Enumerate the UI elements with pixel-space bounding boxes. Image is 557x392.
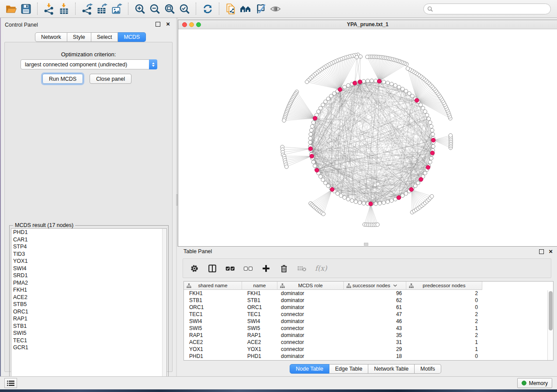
import-table-button[interactable] (56, 2, 71, 16)
show-all-button[interactable] (268, 2, 283, 16)
deselect-all-button[interactable] (243, 264, 253, 273)
network-canvas[interactable] (178, 29, 557, 246)
close-icon[interactable]: × (166, 20, 170, 28)
mcds-result-item[interactable]: TID3 (11, 251, 166, 258)
tab-motifs[interactable]: Motifs (415, 364, 441, 374)
tab-style[interactable]: Style (67, 32, 91, 42)
memory-label: Memory (529, 380, 548, 386)
mcds-result-item[interactable]: TEC1 (11, 337, 166, 344)
import-network-button[interactable] (42, 2, 56, 16)
function-builder-button[interactable]: f(x) (315, 264, 327, 272)
mcds-result-item[interactable]: FKH1 (11, 286, 166, 294)
table-scrollbar-thumb[interactable] (549, 291, 553, 330)
network-window-title: YPA_prune.txt_1 (178, 21, 557, 28)
export-table-button[interactable] (94, 2, 109, 16)
cell-predecessor-nodes: 1 (406, 346, 482, 353)
mcds-result-item[interactable]: SWI4 (11, 265, 166, 272)
show-columns-button[interactable] (208, 264, 217, 273)
hide-flag-icon (255, 3, 266, 15)
table-body: FKH1FKH1dominator962STB1STB1dominator620… (184, 290, 553, 360)
delete-table-button[interactable] (297, 264, 307, 273)
hide-selected-button[interactable] (253, 2, 268, 16)
mcds-result-item[interactable]: RAP1 (11, 315, 166, 323)
zoom-out-button[interactable] (147, 2, 162, 16)
control-panel-tabs: NetworkStyleSelectMCDS (35, 32, 146, 42)
result-list-scrollbar[interactable] (162, 229, 166, 381)
mcds-result-item[interactable]: PHD1 (11, 229, 166, 236)
table-row[interactable]: YOX1YOX1connector291 (184, 346, 553, 353)
mcds-result-list[interactable]: PHD1CAR1STP4TID3YOX1SWI4SRD1PMA2FKH1ACE2… (11, 228, 167, 381)
cell-successor-nodes: 61 (344, 304, 406, 311)
tab-edge-table[interactable]: Edge Table (329, 364, 368, 374)
table-row[interactable]: SWI4SWI4dominator462 (184, 318, 553, 325)
mcds-result-item[interactable]: STB1 (11, 323, 166, 330)
mcds-result-item[interactable]: STB5 (11, 301, 166, 308)
cell-MCDS-role: dominator (277, 332, 344, 339)
export-image-button[interactable] (109, 2, 124, 16)
export-network-button[interactable] (80, 2, 94, 16)
mcds-result-item[interactable]: GCR1 (11, 344, 166, 351)
table-scrollbar[interactable] (547, 290, 553, 361)
close-icon[interactable]: × (549, 248, 553, 255)
add-row-button[interactable] (261, 264, 271, 273)
table-row[interactable]: TEC1TEC1connector472 (184, 311, 553, 318)
table-row[interactable]: RAP1RAP1dominator352 (184, 332, 553, 339)
table-row[interactable]: STB1STB1dominator620 (184, 297, 553, 304)
cell-shared-name: RAP1 (184, 332, 242, 339)
tab-mcds[interactable]: MCDS (118, 32, 146, 42)
refresh-layout-button[interactable] (200, 2, 215, 16)
open-file-button[interactable] (3, 2, 18, 16)
mcds-result-item[interactable]: ORC1 (11, 308, 166, 316)
first-neighbors-button[interactable] (238, 2, 253, 16)
mcds-result-item[interactable]: SWI5 (11, 330, 166, 337)
run-mcds-button[interactable]: Run MCDS (42, 74, 83, 84)
cell-successor-nodes: 96 (344, 290, 406, 297)
list-icon (7, 380, 14, 386)
mcds-result-item[interactable]: SRD1 (11, 272, 166, 279)
mcds-result-item[interactable]: PMA2 (11, 279, 166, 287)
horizontal-splitter-handle[interactable] (364, 243, 368, 246)
mcds-result-item[interactable]: CAR1 (11, 236, 166, 244)
task-history-button[interactable] (4, 378, 17, 388)
close-panel-button[interactable]: Close panel (90, 74, 131, 84)
zoom-selected-button[interactable] (177, 2, 192, 16)
tab-network-table[interactable]: Network Table (368, 364, 415, 374)
cell-successor-nodes: 29 (344, 346, 406, 353)
cell-shared-name: ACE2 (184, 339, 242, 346)
float-window-icon[interactable] (539, 249, 544, 254)
table-row[interactable]: ORC1ORC1dominator610 (184, 304, 553, 311)
mcds-result-item[interactable]: STP4 (11, 243, 166, 251)
table-row[interactable]: SWI5SWI5connector431 (184, 325, 553, 332)
table-settings-button[interactable] (190, 264, 199, 273)
column-label: shared name (198, 283, 227, 288)
new-network-from-selection-button[interactable] (223, 2, 238, 16)
zoom-in-button[interactable] (132, 2, 147, 16)
table-row[interactable]: FKH1FKH1dominator962 (184, 290, 553, 297)
export-table-icon (96, 3, 108, 15)
select-all-button[interactable] (225, 264, 235, 273)
zoom-fit-button[interactable] (162, 2, 177, 16)
network-window-titlebar[interactable]: YPA_prune.txt_1 (178, 20, 557, 29)
mcds-result-item[interactable]: YOX1 (11, 258, 166, 265)
mcds-result-item[interactable]: ACE2 (11, 294, 166, 301)
delete-row-button[interactable] (279, 264, 289, 273)
column-header-name[interactable]: name (242, 282, 277, 290)
tab-select[interactable]: Select (91, 32, 118, 42)
hierarchy-icon (280, 283, 285, 288)
cell-name: SWI4 (242, 318, 277, 325)
column-header-MCDS-role[interactable]: MCDS role (277, 282, 344, 290)
column-header-predecessor-nodes[interactable]: predecessor nodes (406, 282, 482, 290)
tab-node-table[interactable]: Node Table (290, 364, 329, 374)
criterion-dropdown[interactable]: largest connected component (undirected) (21, 59, 157, 69)
cell-predecessor-nodes: 2 (406, 290, 482, 297)
save-session-button[interactable] (18, 2, 33, 16)
column-header-successor-nodes[interactable]: successor nodes (344, 282, 406, 290)
float-window-icon[interactable] (156, 22, 160, 27)
table-row[interactable]: PHD1PHD1dominator180 (184, 353, 553, 360)
memory-button[interactable]: Memory (517, 378, 552, 388)
export-network-icon (81, 3, 93, 15)
tab-network[interactable]: Network (35, 32, 67, 42)
table-row[interactable]: ACE2ACE2connector311 (184, 339, 553, 346)
column-header-shared-name[interactable]: shared name (184, 282, 242, 290)
search-input[interactable] (435, 6, 547, 12)
